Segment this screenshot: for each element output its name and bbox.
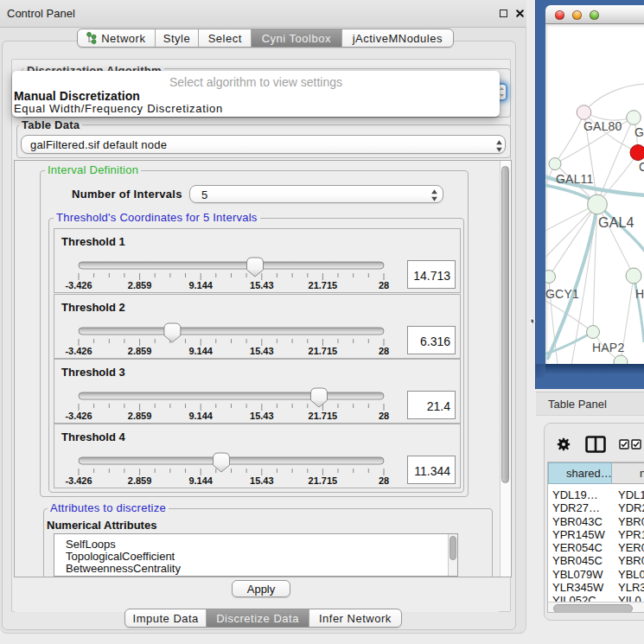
svg-text:9.144: 9.144 [188, 280, 213, 290]
svg-text:28: 28 [379, 411, 389, 421]
svg-text:15.43: 15.43 [250, 411, 274, 421]
svg-text:GAL80: GAL80 [583, 119, 622, 133]
svg-text:H: H [635, 287, 644, 301]
svg-text:GAL4: GAL4 [598, 215, 634, 230]
svg-text:-3.426: -3.426 [65, 411, 92, 421]
svg-text:2.859: 2.859 [128, 346, 152, 356]
svg-text:GA: GA [634, 125, 644, 139]
svg-text:15.43: 15.43 [250, 475, 274, 486]
svg-text:21.715: 21.715 [309, 411, 338, 421]
svg-text:21.715: 21.715 [309, 475, 338, 486]
svg-text:15.43: 15.43 [250, 280, 274, 290]
svg-text:9.144: 9.144 [188, 411, 213, 421]
svg-text:21.715: 21.715 [309, 280, 338, 290]
svg-text:-3.426: -3.426 [65, 475, 92, 486]
svg-text:21.715: 21.715 [309, 346, 338, 356]
svg-text:C: C [639, 160, 644, 174]
svg-text:2.859: 2.859 [128, 280, 152, 290]
svg-text:HAP2: HAP2 [592, 341, 624, 354]
svg-text:15.43: 15.43 [250, 346, 274, 356]
svg-text:2.859: 2.859 [128, 411, 152, 421]
svg-text:-3.426: -3.426 [65, 346, 92, 356]
svg-text:GCY1: GCY1 [545, 287, 579, 301]
svg-text:GAL11: GAL11 [556, 172, 594, 186]
svg-text:2.859: 2.859 [128, 475, 152, 486]
svg-text:-3.426: -3.426 [65, 280, 92, 290]
svg-text:9.144: 9.144 [188, 475, 213, 486]
svg-text:28: 28 [379, 475, 389, 486]
svg-text:9.144: 9.144 [188, 346, 213, 356]
svg-text:28: 28 [379, 346, 389, 356]
svg-text:28: 28 [379, 280, 389, 290]
